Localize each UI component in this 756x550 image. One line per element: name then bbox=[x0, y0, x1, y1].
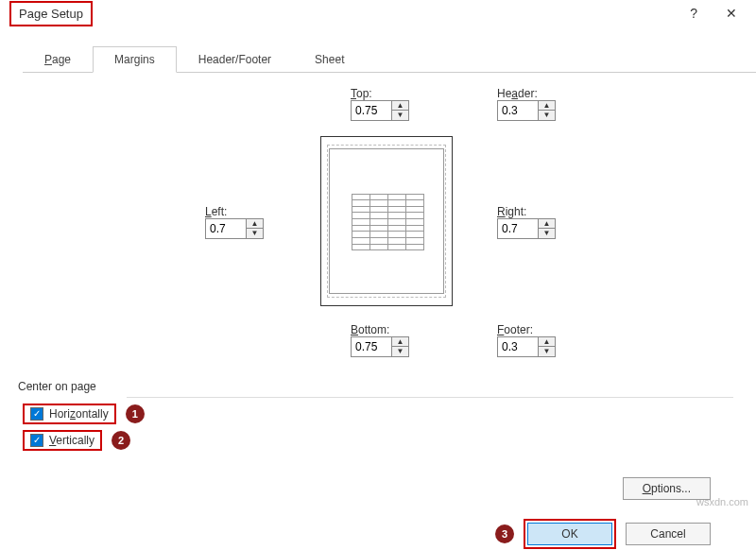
dialog-title: Page Setup bbox=[9, 1, 93, 26]
top-input[interactable] bbox=[352, 102, 391, 119]
ok-button[interactable]: OK bbox=[527, 523, 612, 545]
cancel-button[interactable]: Cancel bbox=[626, 523, 711, 545]
tab-margins[interactable]: Margins bbox=[93, 46, 177, 73]
footer-spinner[interactable]: ▲▼ bbox=[497, 336, 556, 357]
arrow-down-icon[interactable]: ▼ bbox=[539, 111, 555, 120]
horizontally-label: Horizontally bbox=[49, 407, 109, 421]
arrow-down-icon[interactable]: ▼ bbox=[539, 229, 555, 238]
arrow-down-icon[interactable]: ▼ bbox=[539, 347, 555, 356]
help-icon[interactable]: ? bbox=[690, 6, 697, 21]
tab-page[interactable]: Page bbox=[23, 46, 93, 73]
top-field: Top: ▲▼ bbox=[351, 87, 409, 121]
preview-grid bbox=[352, 194, 423, 250]
options-row: Options... bbox=[23, 451, 733, 500]
tab-header-footer[interactable]: Header/Footer bbox=[177, 46, 293, 73]
horizontally-row: ✓ Horizontally 1 bbox=[23, 404, 733, 424]
arrow-down-icon[interactable]: ▼ bbox=[392, 111, 408, 120]
checkbox-icon[interactable]: ✓ bbox=[30, 434, 43, 447]
watermark: wsxdn.com bbox=[696, 496, 748, 507]
footer-label: Footer: bbox=[497, 323, 556, 336]
vertically-row: ✓ Vertically 2 bbox=[23, 430, 733, 451]
left-field: Left: ▲▼ bbox=[205, 205, 264, 239]
bottom-label: Bottom: bbox=[351, 323, 409, 336]
center-on-page-group: Center on page ✓ Horizontally 1 ✓ Vertic… bbox=[23, 380, 733, 451]
dialog-buttons: 3 OK Cancel bbox=[23, 500, 733, 549]
top-label: Top: bbox=[351, 87, 409, 100]
content-area: Top: ▲▼ Header: ▲▼ Left: ▲▼ Right: bbox=[0, 73, 756, 549]
close-icon[interactable]: ✕ bbox=[726, 6, 737, 21]
arrow-up-icon[interactable]: ▲ bbox=[539, 101, 555, 111]
bottom-field: Bottom: ▲▼ bbox=[351, 323, 409, 357]
arrow-down-icon[interactable]: ▼ bbox=[392, 347, 408, 356]
right-label: Right: bbox=[497, 205, 556, 218]
footer-field: Footer: ▲▼ bbox=[497, 323, 556, 357]
right-input[interactable] bbox=[498, 220, 538, 237]
bottom-input[interactable] bbox=[352, 338, 391, 355]
arrow-up-icon[interactable]: ▲ bbox=[539, 219, 555, 229]
page-preview bbox=[320, 136, 453, 306]
annotation-badge-2: 2 bbox=[112, 431, 130, 450]
vertically-checkbox-wrap[interactable]: ✓ Vertically bbox=[23, 430, 102, 451]
left-input[interactable] bbox=[206, 220, 246, 237]
tab-page-label: age bbox=[52, 53, 71, 66]
margin-layout: Top: ▲▼ Header: ▲▼ Left: ▲▼ Right: bbox=[23, 87, 733, 370]
tab-strip: Page Margins Header/Footer Sheet bbox=[23, 45, 756, 73]
right-spinner[interactable]: ▲▼ bbox=[497, 218, 556, 239]
vertically-label: Vertically bbox=[49, 434, 94, 447]
header-label: Header: bbox=[497, 87, 556, 100]
header-spinner[interactable]: ▲▼ bbox=[497, 100, 556, 121]
arrow-up-icon[interactable]: ▲ bbox=[392, 337, 408, 347]
right-field: Right: ▲▼ bbox=[497, 205, 556, 239]
header-field: Header: ▲▼ bbox=[497, 87, 556, 121]
footer-input[interactable] bbox=[498, 338, 538, 355]
divider bbox=[127, 397, 733, 398]
ok-button-highlight: OK bbox=[524, 519, 616, 549]
window-controls: ? ✕ bbox=[690, 6, 747, 21]
center-on-page-label: Center on page bbox=[18, 380, 733, 393]
bottom-spinner[interactable]: ▲▼ bbox=[351, 336, 409, 357]
annotation-badge-3: 3 bbox=[495, 524, 514, 543]
arrow-down-icon[interactable]: ▼ bbox=[247, 229, 263, 238]
top-spinner[interactable]: ▲▼ bbox=[351, 100, 409, 121]
arrow-up-icon[interactable]: ▲ bbox=[539, 337, 555, 347]
tab-sheet[interactable]: Sheet bbox=[293, 46, 366, 73]
titlebar: Page Setup ? ✕ bbox=[0, 0, 756, 26]
checkbox-icon[interactable]: ✓ bbox=[30, 407, 43, 421]
left-spinner[interactable]: ▲▼ bbox=[205, 218, 264, 239]
arrow-up-icon[interactable]: ▲ bbox=[247, 219, 263, 229]
annotation-badge-1: 1 bbox=[126, 404, 145, 423]
left-label: Left: bbox=[205, 205, 264, 218]
header-input[interactable] bbox=[498, 102, 538, 119]
horizontally-checkbox-wrap[interactable]: ✓ Horizontally bbox=[23, 404, 116, 424]
arrow-up-icon[interactable]: ▲ bbox=[392, 101, 408, 111]
